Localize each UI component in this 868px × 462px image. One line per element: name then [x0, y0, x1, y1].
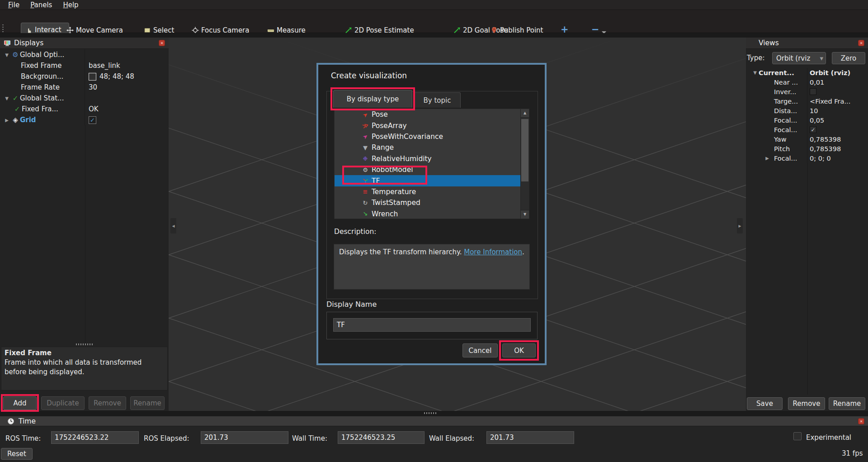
displays-close-button[interactable]: ✕ — [159, 40, 165, 46]
list-item-temperature[interactable]: ≡ Temperature — [335, 186, 521, 197]
menu-panels[interactable]: Panels — [25, 0, 57, 10]
hide-left-dock-button[interactable]: ◂ — [170, 218, 176, 233]
menu-help[interactable]: Help — [57, 0, 84, 10]
list-item-posearray[interactable]: ≫ PoseArray — [335, 120, 521, 131]
views-row-focal-shape-size[interactable]: Focal... 0,05 — [746, 115, 868, 125]
list-item-relativehumidity[interactable]: ❉ RelativeHumidity — [335, 153, 521, 164]
create-visualization-dialog: Create visualization By display type By … — [316, 63, 547, 365]
time-panel-title: Time — [19, 417, 858, 425]
views-close-button[interactable]: ✕ — [858, 40, 864, 46]
expander-right-icon[interactable]: ▶ — [764, 156, 770, 161]
tab-by-topic[interactable]: By topic — [414, 92, 461, 108]
remove-display-button[interactable]: Remove — [89, 396, 126, 410]
save-view-button[interactable]: Save — [747, 397, 783, 410]
row-value[interactable]: 0,01 — [810, 79, 824, 86]
display-name-input[interactable]: TF — [333, 318, 531, 332]
row-value[interactable]: base_link — [89, 62, 120, 70]
row-value[interactable]: 10 — [810, 107, 818, 114]
views-row-distance[interactable]: Dista... 10 — [746, 106, 868, 115]
invert-z-checkbox[interactable] — [810, 88, 816, 95]
view-type-dropdown[interactable]: Orbit (rviz ▾ — [772, 52, 826, 64]
hide-right-dock-button[interactable]: ▸ — [737, 218, 743, 233]
grid-display-icon: ◈ — [11, 116, 20, 124]
cancel-button[interactable]: Cancel — [462, 343, 498, 357]
expander-down-icon[interactable]: ▼ — [751, 70, 759, 75]
wall-time-field[interactable]: 1752246523.25 — [338, 431, 425, 444]
views-panel-header[interactable]: Views ✕ — [746, 38, 868, 49]
tree-row-background-color[interactable]: Backgroun... 48; 48; 48 — [0, 71, 169, 82]
duplicate-display-button[interactable]: Duplicate — [41, 396, 85, 410]
displays-panel: Displays ✕ ▼ ⚙ Global Opti... Fixed Fram… — [0, 38, 169, 411]
wall-elapsed-field[interactable]: 201.73 — [486, 431, 574, 444]
help-text-line1: Frame into which all data is transformed — [5, 358, 164, 367]
expander-right-icon[interactable]: ▶ — [3, 118, 11, 123]
views-row-pitch[interactable]: Pitch 0,785398 — [746, 144, 868, 153]
row-value[interactable]: 48; 48; 48 — [99, 72, 134, 81]
list-scrollbar[interactable]: ▲ ▼ — [520, 109, 529, 219]
focal-shape-checkbox[interactable]: ✓ — [810, 126, 816, 133]
views-row-current-view[interactable]: ▼ Current... Orbit (rviz) — [746, 68, 868, 77]
row-value[interactable]: 30 — [89, 83, 97, 91]
time-splitter-handle[interactable] — [424, 412, 438, 414]
row-value[interactable]: 0,785398 — [810, 136, 841, 143]
views-row-target-frame[interactable]: Targe... <Fixed Fra... — [746, 96, 868, 106]
description-label: Description: — [334, 228, 377, 236]
tree-row-fixed-frame-status[interactable]: ✓ Fixed Fra... OK — [0, 104, 169, 114]
ros-elapsed-field[interactable]: 201.73 — [201, 431, 288, 444]
displays-tree: ▼ ⚙ Global Opti... Fixed Frame base_link… — [0, 49, 169, 125]
scrollbar-thumb[interactable] — [521, 119, 528, 181]
tree-row-global-status[interactable]: ▼ ✓ Global Stat... — [0, 93, 169, 104]
row-value[interactable]: 0,05 — [810, 117, 824, 124]
scroll-down-button[interactable]: ▼ — [521, 210, 529, 219]
dialog-title: Create visualization — [331, 71, 407, 80]
displays-panel-header[interactable]: Displays ✕ — [0, 38, 169, 49]
expander-down-icon[interactable]: ▼ — [3, 52, 11, 57]
views-row-invert-z[interactable]: Inver... — [746, 87, 868, 96]
more-information-link[interactable]: More Information — [464, 248, 522, 256]
remove-view-button[interactable]: Remove — [788, 397, 825, 410]
tab-by-display-type[interactable]: By display type — [333, 90, 412, 108]
list-item-posewithcovariance[interactable]: ➤ PoseWithCovariance — [335, 131, 521, 142]
ros-time-field[interactable]: 1752246523.22 — [51, 431, 139, 444]
views-row-focal-point[interactable]: ▶ Focal... 0; 0; 0 — [746, 153, 868, 163]
list-item-tf-selected[interactable]: TF — [335, 175, 521, 186]
experimental-checkbox[interactable] — [793, 432, 802, 440]
time-close-button[interactable]: ✕ — [858, 418, 864, 424]
grid-enabled-checkbox[interactable]: ✓ — [89, 116, 96, 124]
add-tool-button[interactable]: + — [561, 25, 569, 34]
tree-column-divider[interactable] — [85, 125, 85, 343]
tree-row-grid[interactable]: ▶ ◈ Grid ✓ — [0, 114, 169, 125]
list-item-range[interactable]: ▼ Range — [335, 142, 521, 153]
displays-splitter-handle[interactable] — [76, 343, 94, 345]
color-swatch[interactable] — [89, 73, 96, 81]
tree-row-frame-rate[interactable]: Frame Rate 30 — [0, 82, 169, 93]
list-item-robotmodel[interactable]: ⚙ RobotModel — [335, 164, 521, 175]
tree-row-global-options[interactable]: ▼ ⚙ Global Opti... — [0, 49, 169, 60]
rename-display-button[interactable]: Rename — [130, 396, 165, 410]
row-value[interactable]: 0,785398 — [810, 145, 841, 152]
views-column-divider[interactable] — [807, 163, 808, 395]
displays-monitor-icon — [4, 39, 11, 47]
menu-file[interactable]: File — [3, 0, 25, 10]
reset-button[interactable]: Reset — [1, 448, 33, 460]
time-panel-header[interactable]: Time ✕ — [0, 416, 868, 426]
expander-down-icon[interactable]: ▼ — [3, 96, 11, 101]
row-label: Inver... — [774, 88, 796, 95]
row-value[interactable]: <Fixed Fra... — [810, 98, 850, 105]
tree-row-fixed-frame[interactable]: Fixed Frame base_link — [0, 60, 169, 71]
views-row-focal-shape-fixed[interactable]: Focal... ✓ — [746, 125, 868, 134]
rename-view-button[interactable]: Rename — [829, 397, 865, 410]
views-row-yaw[interactable]: Yaw 0,785398 — [746, 134, 868, 144]
list-item-pose[interactable]: ➤ Pose — [335, 109, 521, 120]
row-label: Pitch — [774, 145, 790, 152]
row-value[interactable]: 0; 0; 0 — [810, 155, 831, 162]
ros-elapsed-label: ROS Elapsed: — [144, 434, 189, 443]
ok-button[interactable]: OK — [502, 343, 536, 357]
views-row-near-clip[interactable]: Near ... 0,01 — [746, 77, 868, 87]
remove-tool-button[interactable]: − — [591, 25, 606, 34]
add-display-button[interactable]: Add — [3, 396, 37, 410]
scroll-up-button[interactable]: ▲ — [521, 109, 529, 118]
list-item-twiststamped[interactable]: ↻ TwistStamped — [335, 197, 521, 208]
zero-button[interactable]: Zero — [832, 52, 865, 64]
list-item-wrench[interactable]: ↘ Wrench — [335, 209, 521, 219]
